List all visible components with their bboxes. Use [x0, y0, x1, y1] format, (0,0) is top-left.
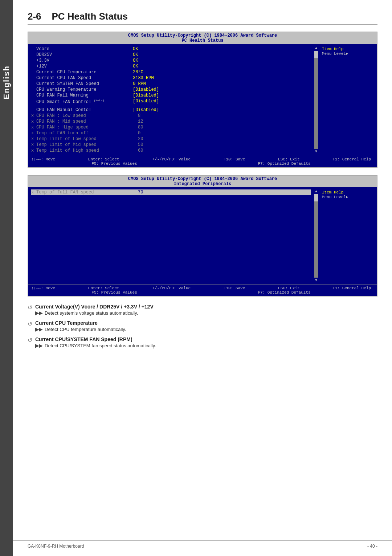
- main-content: 2-6 PC Health Status CMOS Setup Utility-…: [13, 0, 392, 364]
- section-number: 2-6: [28, 11, 41, 22]
- bios-body-2: xTemp of full FAN speed70 ▲ ▼ Item Help …: [28, 187, 377, 285]
- footer-f7-1: F7: Optimized Defaults: [258, 162, 310, 166]
- page-footer: GA-K8NF-9-RH Motherboard - 40 -: [13, 540, 392, 549]
- bullet-item: ↺Current Voltage(V) Vcore / DDR25V / +3.…: [28, 304, 377, 316]
- bios-row[interactable]: Current SYSTEM FAN Speed0 RPM: [31, 81, 311, 87]
- bios-row[interactable]: CPU FAN Manual Contol[Disabled]: [31, 107, 311, 113]
- bios-footer-row2-1: F5: Previous Values F7: Optimized Defaul…: [31, 162, 374, 166]
- footer-right: - 40 -: [367, 544, 377, 549]
- bios-row[interactable]: VcoreOK: [31, 46, 311, 52]
- bullet-desc-arrow-icon: ▶▶: [35, 327, 42, 332]
- bullet-desc-arrow-icon: ▶▶: [35, 310, 42, 316]
- bullet-item: ↺Current CPU Temperature▶▶Detect CPU tem…: [28, 320, 377, 332]
- footer-esc-1: ESC: Exit: [278, 157, 299, 162]
- bios-sidebar-2: Item Help Menu Level▶: [319, 189, 377, 283]
- bios-footer-1: ↑↓→←: Move Enter: Select +/-/PU/PD: Valu…: [28, 156, 377, 167]
- bios-footer-row2-2: F5: Previous Values F7: Optimized Defaul…: [31, 290, 374, 295]
- bullet-title: Current CPU Temperature: [35, 320, 126, 326]
- bullet-arrow-icon: ↺: [28, 337, 32, 344]
- bios-row[interactable]: +3.3VOK: [31, 58, 311, 64]
- footer-f10-1: F10: Save: [224, 157, 245, 162]
- footer-f1-1: F1: General Help: [332, 157, 371, 162]
- scroll-track-1: [314, 51, 318, 149]
- scroll-arrow-down-2[interactable]: ▼: [315, 278, 317, 282]
- bios-row[interactable]: +12VOK: [31, 64, 311, 69]
- bullet-desc-text: Detect CPU/SYSTEM fan speed status autom…: [45, 343, 156, 348]
- bios-sidebar-1: Item Help Menu Level▶: [319, 45, 377, 154]
- bullet-section: ↺Current Voltage(V) Vcore / DDR25V / +3.…: [28, 304, 377, 348]
- bios-row[interactable]: xTemp Limit of High speed60: [31, 148, 311, 154]
- bios-row[interactable]: CPU FAN Fail Warning[Disabled]: [31, 93, 311, 98]
- footer-left: GA-K8NF-9-RH Motherboard: [28, 544, 84, 549]
- menu-level-2: Menu Level▶: [322, 195, 374, 199]
- bios-row[interactable]: Current CPU FAN Speed3183 RPM: [31, 75, 311, 81]
- bullet-content: Current Voltage(V) Vcore / DDR25V / +3.3…: [35, 304, 154, 316]
- bios-footer-row1-1: ↑↓→←: Move Enter: Select +/-/PU/PD: Valu…: [31, 157, 374, 162]
- bios-row[interactable]: CPU Smart FAN Control (Note)[Disabled]: [31, 98, 311, 105]
- footer-f7-2: F7: Optimized Defaults: [258, 290, 310, 295]
- bullet-arrow-icon: ↺: [28, 304, 32, 311]
- side-tab: English: [0, 0, 13, 556]
- bullet-title: Current CPU/SYSTEM FAN Speed (RPM): [35, 336, 156, 342]
- bios-row[interactable]: xCPU FAN : Mid speed12: [31, 119, 311, 124]
- bios-header-line2: PC Health Status: [28, 38, 377, 43]
- footer-value-2: +/-/PU/PD: Value: [152, 286, 191, 290]
- bios-row[interactable]: xTemp Limit of Low speed20: [31, 136, 311, 142]
- bullet-desc-text: Detect system's voltage status automatic…: [45, 310, 138, 316]
- bios-main-1: VcoreOKDDR25VOK+3.3VOK+12VOKCurrent CPU …: [28, 45, 314, 154]
- bios-header-2: CMOS Setup Utility-Copyright (C) 1984-20…: [28, 176, 377, 187]
- footer-enter-1: Enter: Select: [88, 157, 119, 162]
- bullet-title: Current Voltage(V) Vcore / DDR25V / +3.3…: [35, 304, 154, 310]
- footer-enter-2: Enter: Select: [88, 286, 119, 290]
- bios-footer-row1-2: ↑↓→←: Move Enter: Select +/-/PU/PD: Valu…: [31, 286, 374, 290]
- bios-screen-1: CMOS Setup Utility-Copyright (C) 1984-20…: [28, 32, 377, 168]
- bullet-desc: ▶▶Detect CPU/SYSTEM fan speed status aut…: [35, 343, 156, 348]
- bios-row[interactable]: Current CPU Temperature28°C: [31, 69, 311, 75]
- footer-move-2: ↑↓→←: Move: [31, 286, 55, 290]
- bios-row[interactable]: CPU Warning Temperature[Disabled]: [31, 87, 311, 93]
- scroll-arrow-up-1[interactable]: ▲: [315, 46, 317, 50]
- bios-scrollbar-2[interactable]: ▲ ▼: [314, 189, 319, 283]
- bios-header-line2-2: Integrated Peripherals: [28, 181, 377, 187]
- menu-level-1: Menu Level▶: [322, 51, 374, 56]
- bios-header-1: CMOS Setup Utility-Copyright (C) 1984-20…: [28, 32, 377, 44]
- bios-row[interactable]: xCPU FAN : Hige speed80: [31, 124, 311, 130]
- bios-row[interactable]: xTemp of full FAN speed70: [31, 189, 311, 195]
- scroll-thumb-1: [314, 51, 318, 58]
- bios-main-2: xTemp of full FAN speed70: [28, 189, 314, 283]
- bullet-arrow-icon: ↺: [28, 320, 32, 327]
- bullet-content: Current CPU/SYSTEM FAN Speed (RPM)▶▶Dete…: [35, 336, 156, 348]
- footer-esc-2: ESC: Exit: [278, 286, 299, 290]
- scroll-track-2: [314, 194, 318, 278]
- scroll-arrow-up-2[interactable]: ▲: [315, 189, 317, 193]
- footer-f10-2: F10: Save: [224, 286, 245, 290]
- bullet-desc-arrow-icon: ▶▶: [35, 343, 42, 348]
- bullet-desc-text: Detect CPU temperature automatically.: [45, 327, 126, 332]
- section-heading: PC Health Status: [52, 11, 128, 22]
- scroll-arrow-down-1[interactable]: ▼: [315, 150, 317, 154]
- footer-value-1: +/-/PU/PD: Value: [152, 157, 191, 162]
- bios-screen-2: CMOS Setup Utility-Copyright (C) 1984-20…: [28, 175, 377, 297]
- bios-row[interactable]: xTemp of FAN turn off0: [31, 130, 311, 136]
- bullet-desc: ▶▶Detect CPU temperature automatically.: [35, 327, 126, 332]
- footer-f1-2: F1: General Help: [332, 286, 371, 290]
- item-help-2: Item Help: [322, 190, 374, 195]
- bios-scrollbar-1[interactable]: ▲ ▼: [314, 45, 319, 154]
- bios-header-line1: CMOS Setup Utility-Copyright (C) 1984-20…: [28, 33, 377, 38]
- bullet-content: Current CPU Temperature▶▶Detect CPU temp…: [35, 320, 126, 332]
- bios-header-line1-2: CMOS Setup Utility-Copyright (C) 1984-20…: [28, 176, 377, 181]
- item-help-1: Item Help: [322, 47, 374, 51]
- bullet-item: ↺Current CPU/SYSTEM FAN Speed (RPM)▶▶Det…: [28, 336, 377, 348]
- side-tab-label: English: [2, 65, 11, 99]
- footer-f5-2: F5: Previous Values: [91, 290, 137, 295]
- bullet-desc: ▶▶Detect system's voltage status automat…: [35, 310, 154, 316]
- section-title: 2-6 PC Health Status: [28, 11, 377, 25]
- bios-footer-2: ↑↓→←: Move Enter: Select +/-/PU/PD: Valu…: [28, 285, 377, 296]
- scroll-thumb-2: [314, 194, 318, 201]
- bios-body-1: VcoreOKDDR25VOK+3.3VOK+12VOKCurrent CPU …: [28, 44, 377, 156]
- footer-f5-1: F5: Previous Values: [91, 162, 137, 166]
- bios-row[interactable]: xCPU FAN : Low speed8: [31, 113, 311, 119]
- footer-move-1: ↑↓→←: Move: [31, 157, 55, 162]
- bios-row[interactable]: DDR25VOK: [31, 52, 311, 58]
- bios-row[interactable]: xTemp Limit of Mid speed50: [31, 142, 311, 148]
